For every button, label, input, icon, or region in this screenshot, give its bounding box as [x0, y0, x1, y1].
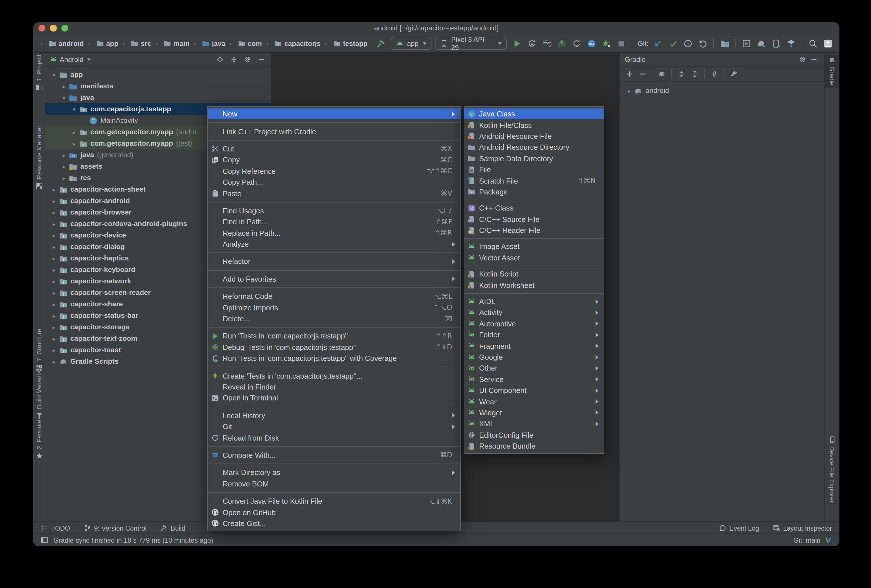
select-opened-file-button[interactable]	[214, 54, 226, 65]
menu-item[interactable]: Open in Terminal	[208, 392, 460, 404]
gradle-sync-button[interactable]	[754, 36, 768, 50]
menu-item[interactable]: Find Usages ⌥F7	[208, 205, 460, 216]
sdk-manager-button[interactable]	[784, 36, 798, 50]
run-config-select[interactable]: app	[391, 37, 432, 50]
toggle-tool-windows-button[interactable]	[41, 536, 48, 544]
menu-item-new[interactable]: New	[208, 108, 460, 120]
submenu-item[interactable]: Other	[464, 362, 604, 374]
git-branch-widget[interactable]: Git: main	[793, 536, 820, 544]
collapse-all-button[interactable]	[228, 54, 239, 65]
stop-button[interactable]	[615, 36, 628, 50]
menu-item[interactable]: Git	[208, 421, 460, 432]
submenu-item[interactable]: Activity	[464, 307, 604, 319]
submenu-item[interactable]: H C/C++ Header File	[464, 225, 604, 236]
tree-arrow-icon[interactable]: ▸	[49, 255, 59, 261]
submenu-item[interactable]: Fragment	[464, 340, 604, 352]
tool-window-tab[interactable]: 1: Project	[33, 54, 45, 91]
menu-item[interactable]: Copy Reference ⌥⇧⌘C	[208, 166, 460, 177]
tool-window-button[interactable]: TODO	[41, 524, 70, 532]
tree-arrow-icon[interactable]: ▸	[49, 186, 59, 193]
avatar[interactable]	[821, 36, 834, 50]
tree-arrow-icon[interactable]: ▸	[49, 358, 59, 365]
submenu-item-java-class[interactable]: C Java Class	[464, 108, 604, 120]
attach-profiler-button[interactable]	[570, 36, 583, 50]
submenu-item[interactable]: Scratch File ⇧⌘N	[464, 175, 604, 186]
menu-item[interactable]: Reformat Code ⌥⌘L	[208, 291, 460, 302]
tool-window-tab[interactable]: 2: Favorites	[33, 416, 45, 460]
tool-window-button[interactable]: Build	[160, 524, 186, 532]
menu-item[interactable]: Local History	[208, 410, 460, 421]
menu-item[interactable]: Add to Favorites	[208, 273, 460, 284]
git-commit-button[interactable]	[666, 36, 679, 50]
tree-row[interactable]: ▸ manifests	[45, 80, 271, 92]
menu-item[interactable]: Optimize Imports ⌃⌥O	[208, 302, 460, 313]
tree-arrow-icon[interactable]: ▸	[49, 232, 59, 238]
titlebar[interactable]: android [~/git/capacitor-testapp/android…	[33, 22, 840, 34]
menu-item[interactable]: Analyze	[208, 239, 460, 250]
tool-window-button[interactable]: 9: Version Control	[84, 524, 147, 532]
menu-item[interactable]: Copy Path...	[208, 177, 460, 188]
menu-item[interactable]: Refactor	[208, 256, 460, 267]
project-view-select[interactable]: Android	[60, 55, 84, 63]
tool-window-tab[interactable]: 7: Structure	[33, 329, 45, 372]
breadcrumb-item[interactable]: src	[118, 39, 151, 47]
close-window-button[interactable]	[39, 25, 45, 31]
submenu-item[interactable]: AIDL	[464, 296, 604, 307]
git-history-button[interactable]	[681, 36, 694, 50]
breadcrumb-item[interactable]: testapp	[321, 39, 368, 47]
expand-all-button[interactable]	[675, 68, 687, 80]
hide-panel-button[interactable]	[255, 54, 267, 65]
breadcrumb-item[interactable]: app	[84, 39, 118, 47]
breadcrumb-item[interactable]: capacitorjs	[262, 39, 321, 47]
submenu-item[interactable]: Sample Data Directory	[464, 153, 604, 164]
submenu-item[interactable]: S C++ Class	[464, 202, 604, 214]
tree-arrow-icon[interactable]: ▸	[624, 87, 634, 94]
menu-item[interactable]: Link C++ Project with Gradle	[208, 126, 460, 137]
tool-window-tab[interactable]: Device File Explorer	[825, 436, 840, 503]
tree-arrow-icon[interactable]: ▸	[49, 197, 59, 204]
gradle-tree-row[interactable]: ▸ android	[620, 85, 824, 96]
tree-arrow-icon[interactable]: ▸	[59, 83, 69, 89]
tree-arrow-icon[interactable]: ▸	[49, 244, 59, 250]
debug-button[interactable]	[555, 36, 568, 50]
submenu-item[interactable]: Automotive	[464, 318, 604, 329]
gradle-settings-gear-button[interactable]	[796, 54, 808, 65]
submenu-item[interactable]: File	[464, 164, 604, 175]
submenu-item[interactable]: Android Resource File	[464, 131, 604, 142]
tree-arrow-icon[interactable]: ▸	[69, 140, 79, 147]
menu-item[interactable]: Convert Java File to Kotlin File ⌥⇧⌘K	[208, 496, 460, 507]
submenu-item[interactable]: EditorConfig File	[464, 429, 604, 441]
tree-arrow-icon[interactable]: ▸	[49, 221, 59, 227]
run-button[interactable]	[510, 36, 524, 50]
project-structure-button[interactable]	[718, 36, 731, 50]
tree-arrow-icon[interactable]: ▸	[49, 335, 59, 342]
gradle-add-button[interactable]	[623, 68, 635, 80]
apply-code-changes-button[interactable]	[540, 36, 554, 50]
menu-item[interactable]: Run 'Tests in 'com.capacitorjs.testapp''…	[208, 353, 460, 364]
tool-window-tab[interactable]: Gradle	[825, 54, 840, 88]
minimize-window-button[interactable]	[50, 25, 57, 31]
submenu-item[interactable]: Vector Asset	[464, 252, 604, 263]
gradle-remove-button[interactable]	[636, 68, 648, 80]
submenu-item[interactable]: Folder	[464, 329, 604, 340]
menu-item[interactable]: Delete... ⌧	[208, 313, 460, 325]
toggle-offline-button[interactable]	[708, 68, 720, 80]
tree-arrow-icon[interactable]: ▸	[49, 289, 59, 296]
submenu-item[interactable]: Resource Bundle	[464, 441, 604, 452]
tree-arrow-icon[interactable]: ▸	[59, 163, 69, 169]
tree-arrow-icon[interactable]: ▸	[49, 209, 59, 215]
breadcrumb-item[interactable]: java	[190, 39, 226, 47]
submenu-item[interactable]: Android Resource Directory	[464, 142, 604, 153]
device-manager-button[interactable]	[739, 36, 753, 50]
tool-window-button[interactable]: Layout Inspector	[773, 524, 832, 532]
hide-gradle-panel-button[interactable]	[808, 54, 819, 65]
git-update-button[interactable]	[651, 36, 664, 50]
tree-arrow-icon[interactable]: ▸	[49, 266, 59, 273]
device-select[interactable]: Pixel 3 API 29	[435, 37, 507, 50]
tool-window-tab[interactable]: Build Variants	[33, 371, 45, 419]
zoom-window-button[interactable]	[61, 25, 68, 31]
menu-item[interactable]: Debug 'Tests in 'com.capacitorjs.testapp…	[208, 342, 460, 353]
submenu-item[interactable]: Widget	[464, 407, 604, 419]
apply-changes-restart-button[interactable]: A	[525, 36, 539, 50]
avd-manager-button[interactable]	[769, 36, 783, 50]
